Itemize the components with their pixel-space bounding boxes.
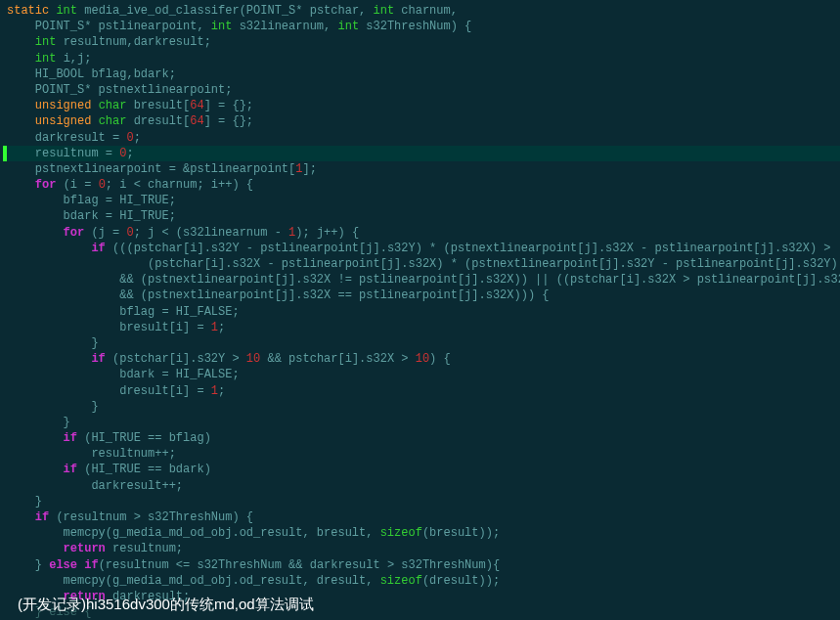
code-line[interactable]: } [3,335,840,351]
code-line[interactable]: memcpy(g_media_md_od_obj.od_result, bres… [3,525,840,541]
code-line[interactable]: bdark = HI_TRUE; [3,208,840,224]
code-line[interactable]: bdark = HI_FALSE; [3,367,840,382]
code-editor[interactable]: static int media_ive_od_classifer(POINT_… [0,0,840,620]
code-line[interactable]: dresult[i] = 1; [3,383,840,399]
code-line[interactable]: pstnextlinearpoint = &pstlinearpoint[1]; [3,161,840,177]
code-line[interactable]: } [3,399,840,415]
code-line[interactable]: darkresult = 0; [3,130,840,146]
code-line[interactable]: if (pstchar[i].s32Y > 10 && pstchar[i].s… [3,351,840,367]
code-line[interactable]: for (i = 0; i < charnum; i++) { [3,177,840,193]
code-line[interactable]: unsigned char dresult[64] = {}; [3,113,840,129]
code-line[interactable]: for (j = 0; j < (s32linearnum - 1); j++)… [3,225,840,241]
code-line[interactable]: } [3,415,840,430]
code-line[interactable]: return resultnum; [3,541,840,556]
image-caption: (开发记录)hi3516dv300的传统md,od算法调试 [18,595,314,614]
code-line[interactable]: (pstchar[i].s32X - pstlinearpoint[j].s32… [3,256,840,272]
code-line[interactable]: bresult[i] = 1; [3,320,840,335]
code-line[interactable]: && (pstnextlinearpoint[j].s32X == pstlin… [3,288,840,303]
code-line[interactable]: unsigned char bresult[64] = {}; [3,98,840,113]
code-line[interactable]: bflag = HI_FALSE; [3,304,840,320]
code-line[interactable]: POINT_S* pstlinearpoint, int s32linearnu… [3,19,840,34]
code-line[interactable]: int resultnum,darkresult; [3,34,840,50]
code-line[interactable]: static int media_ive_od_classifer(POINT_… [3,3,840,19]
code-line[interactable]: bflag = HI_TRUE; [3,193,840,208]
code-line[interactable]: } [3,494,840,509]
code-line[interactable]: int i,j; [3,51,840,66]
code-line[interactable]: POINT_S* pstnextlinearpoint; [3,82,840,98]
code-line[interactable]: if (HI_TRUE == bflag) [3,430,840,446]
code-line[interactable]: if (HI_TRUE == bdark) [3,462,840,477]
code-line[interactable]: if (resultnum > s32ThreshNum) { [3,509,840,525]
code-line[interactable]: if (((pstchar[i].s32Y - pstlinearpoint[j… [3,241,840,256]
code-line[interactable]: resultnum++; [3,446,840,462]
code-line[interactable]: darkresult++; [3,478,840,494]
code-line[interactable]: memcpy(g_media_md_od_obj.od_result, dres… [3,573,840,589]
code-line[interactable]: } else if(resultnum <= s32ThreshNum && d… [3,557,840,573]
code-line[interactable]: resultnum = 0; [3,146,840,161]
code-line[interactable]: && (pstnextlinearpoint[j].s32X != pstlin… [3,272,840,288]
code-line[interactable]: HI_BOOL bflag,bdark; [3,66,840,82]
